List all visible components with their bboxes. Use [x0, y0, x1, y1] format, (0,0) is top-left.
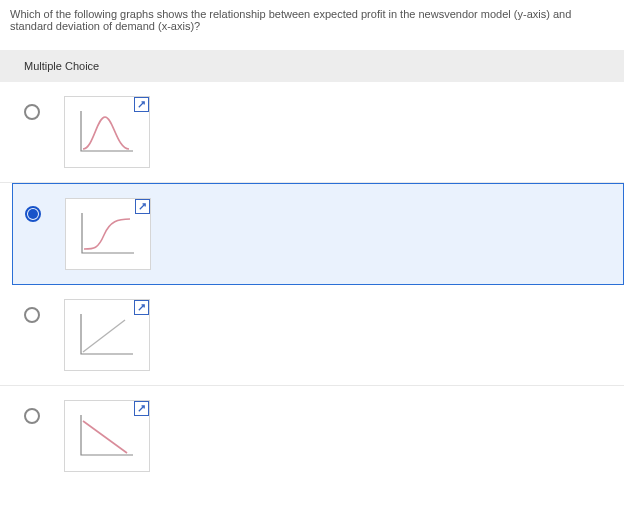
question-text: Which of the following graphs shows the …: [0, 0, 624, 44]
expand-icon[interactable]: [134, 97, 149, 112]
options-list: [0, 82, 624, 486]
thumbnail-3: [64, 299, 150, 371]
radio-4[interactable]: [24, 408, 40, 424]
thumbnail-2: [65, 198, 151, 270]
expand-icon[interactable]: [134, 401, 149, 416]
thumbnail-1: [64, 96, 150, 168]
option-2[interactable]: [12, 183, 624, 285]
radio-2[interactable]: [25, 206, 41, 222]
option-1[interactable]: [0, 82, 624, 183]
option-3[interactable]: [0, 285, 624, 386]
expand-icon[interactable]: [134, 300, 149, 315]
radio-1[interactable]: [24, 104, 40, 120]
multiple-choice-header: Multiple Choice: [0, 50, 624, 82]
option-4[interactable]: [0, 386, 624, 486]
radio-3[interactable]: [24, 307, 40, 323]
thumbnail-4: [64, 400, 150, 472]
expand-icon[interactable]: [135, 199, 150, 214]
